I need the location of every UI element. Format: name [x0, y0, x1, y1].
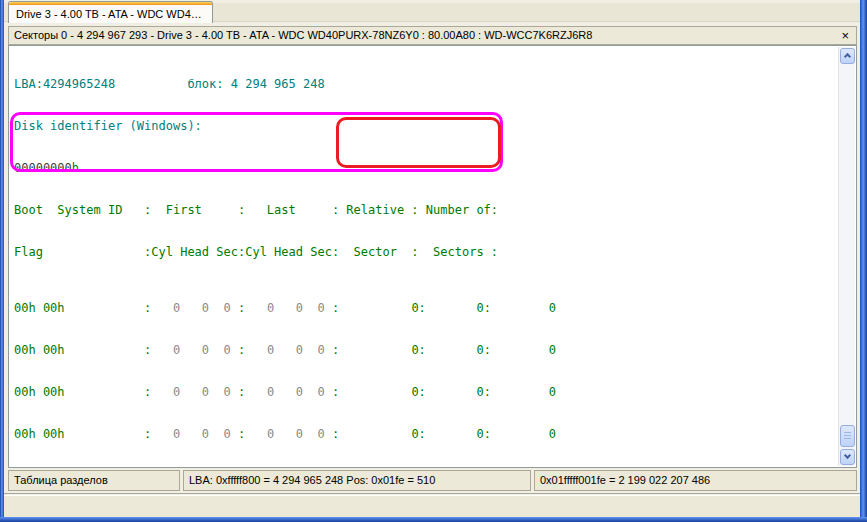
- row-chs-first: 0 0 0: [151, 301, 238, 315]
- lba-line: LBA:4294965248 блок: 4 294 965 248: [10, 77, 838, 91]
- active-tab-highlight: [9, 2, 212, 5]
- hex-editor-area[interactable]: LBA:4294965248 блок: 4 294 965 248 Disk …: [8, 45, 857, 468]
- close-icon[interactable]: ×: [841, 27, 849, 44]
- status-bar: Таблица разделов LBA: 0xfffff800 = 4 294…: [8, 470, 857, 491]
- annotation-box-red: [336, 117, 501, 168]
- status-panel-lba: LBA: 0xfffff800 = 4 294 965 248 Pos: 0x0…: [183, 470, 531, 491]
- vertical-scrollbar[interactable]: [838, 47, 855, 466]
- row-chs-first: 0 0 0: [151, 385, 238, 399]
- sectors-header-title: Секторы 0 - 4 294 967 293 - Drive 3 - 4.…: [14, 29, 592, 41]
- window-border-left: [0, 0, 4, 522]
- table-header-row-1: Boot System ID : First : Last : Relative…: [10, 203, 838, 217]
- partition-row-4[interactable]: 00h 00h : 0 0 0 : 0 0 0 : 0: 0: 0: [10, 427, 838, 441]
- partition-row-1[interactable]: 00h 00h : 0 0 0 : 0 0 0 : 0: 0: 0: [10, 301, 838, 315]
- chevron-up-icon: [844, 53, 851, 60]
- row-flag: 00h 00h :: [14, 427, 151, 441]
- sectors-header-bar: Секторы 0 - 4 294 967 293 - Drive 3 - 4.…: [8, 26, 857, 45]
- status-panel-mode: Таблица разделов: [8, 470, 180, 491]
- thumb-grip-icon: [844, 432, 851, 439]
- row-flag: 00h 00h :: [14, 301, 151, 315]
- scrollbar-down-button[interactable]: [840, 449, 855, 465]
- row-chs-first: 0 0 0: [151, 343, 238, 357]
- scrollbar-up-button[interactable]: [840, 48, 855, 64]
- row-sector-counts: : 0: 0: 0: [332, 385, 556, 399]
- window-border-bottom: [0, 517, 867, 522]
- hint-bar: [Esc]: назад [Ctrl+P]: разделы [F10]: ме…: [4, 495, 860, 517]
- editor-text: LBA:4294965248 блок: 4 294 965 248 Disk …: [10, 47, 838, 466]
- row-sector-counts: : 0: 0: 0: [332, 427, 556, 441]
- row-chs-last: 0 0 0: [245, 343, 332, 357]
- partition-row-2[interactable]: 00h 00h : 0 0 0 : 0 0 0 : 0: 0: 0: [10, 343, 838, 357]
- hint-bar-divider: [4, 493, 860, 494]
- row-chs-last: 0 0 0: [245, 385, 332, 399]
- row-flag: 00h 00h :: [14, 385, 151, 399]
- row-chs-first: 0 0 0: [151, 427, 238, 441]
- tab-label: Drive 3 - 4.00 TB - ATA - WDC WD4…: [16, 8, 202, 20]
- tab-drive-3[interactable]: Drive 3 - 4.00 TB - ATA - WDC WD4…: [8, 1, 213, 23]
- partition-row-3[interactable]: 00h 00h : 0 0 0 : 0 0 0 : 0: 0: 0: [10, 385, 838, 399]
- table-header-row-2: Flag :Cyl Head Sec:Cyl Head Sec: Sector …: [10, 245, 838, 259]
- row-chs-last: 0 0 0: [245, 427, 332, 441]
- status-panel-offset: 0x01fffff001fe = 2 199 022 207 486: [534, 470, 857, 491]
- row-chs-last: 0 0 0: [245, 301, 332, 315]
- row-sector-counts: : 0: 0: 0: [332, 301, 556, 315]
- window-border-right: [860, 0, 867, 522]
- row-sector-counts: : 0: 0: 0: [332, 343, 556, 357]
- chevron-down-icon: [844, 452, 851, 459]
- row-flag: 00h 00h :: [14, 343, 151, 357]
- scrollbar-thumb[interactable]: [840, 425, 855, 447]
